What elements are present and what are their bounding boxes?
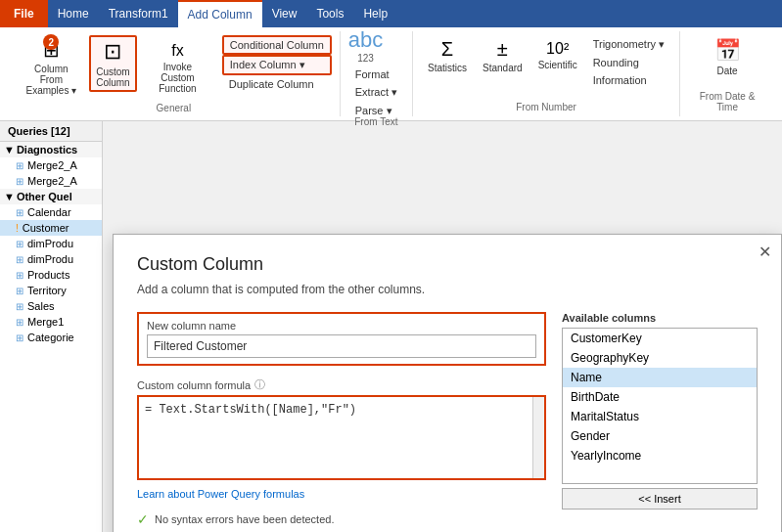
- duplicate-column-label: Duplicate Column: [229, 78, 314, 90]
- status-bar: ✓ No syntax errors have been detected.: [137, 511, 546, 527]
- formula-scrollbar[interactable]: [532, 397, 544, 478]
- sidebar-group-other-label: Other Quel: [17, 191, 72, 202]
- column-customerkey[interactable]: CustomerKey: [563, 329, 757, 348]
- sidebar-header: Queries [12]: [0, 121, 102, 142]
- table-icon: ⊞: [16, 254, 23, 265]
- column-name-section: New column name: [137, 312, 546, 366]
- insert-button[interactable]: << Insert: [562, 488, 758, 510]
- information-button[interactable]: Information: [586, 71, 671, 89]
- sidebar-item-sales[interactable]: ⊞ Sales: [0, 298, 102, 314]
- statistics-label: Statistics: [428, 63, 467, 73]
- sidebar-item-sales-label: Sales: [27, 300, 55, 312]
- column-maritalstatus[interactable]: MaritalStatus: [563, 407, 757, 426]
- invoke-custom-label: Invoke CustomFunction: [146, 62, 209, 94]
- statistics-button[interactable]: Σ Statistics: [421, 35, 474, 76]
- column-from-examples-button[interactable]: 2 ⊞ Column FromExamples ▾: [16, 35, 87, 99]
- custom-column-button[interactable]: ⊡ CustomColumn: [89, 35, 137, 92]
- sidebar-item-merge1-label: Merge1: [27, 316, 64, 328]
- ribbon-group-from-number: Σ Statistics ± Standard 10² Scientific T…: [413, 31, 680, 116]
- table-icon: ⊞: [16, 160, 23, 171]
- index-column-button[interactable]: Index Column ▾: [222, 55, 332, 75]
- sidebar-group-other[interactable]: ▼ Other Quel: [0, 189, 102, 204]
- column-name-label: New column name: [147, 320, 536, 332]
- date-label: Date: [716, 66, 737, 76]
- sidebar-item-merge2a-1[interactable]: ⊞ Merge2_A: [0, 157, 102, 173]
- extract-button[interactable]: Extract ▾: [348, 83, 404, 102]
- columns-list: CustomerKey GeographyKey Name BirthDate …: [562, 328, 758, 484]
- learn-link[interactable]: Learn about Power Query formulas: [137, 488, 546, 500]
- conditional-column-button[interactable]: Conditional Column: [222, 35, 332, 55]
- table-icon: ⊞: [16, 176, 23, 187]
- menu-bar: File Home Transform1 Add Column View Too…: [0, 0, 782, 27]
- column-gender[interactable]: Gender: [563, 426, 757, 446]
- formula-input[interactable]: [139, 397, 544, 475]
- sidebar-item-territory-label: Territory: [27, 285, 67, 296]
- main-area: Queries [12] ▼ Diagnostics ⊞ Merge2_A ⊞ …: [0, 121, 782, 532]
- trigonometry-label: Trigonometry ▾: [593, 38, 665, 51]
- sidebar-item-merge1[interactable]: ⊞ Merge1: [0, 314, 102, 330]
- table-icon: ⊞: [16, 207, 23, 218]
- sidebar-item-dimprod1[interactable]: ⊞ dimProdu: [0, 236, 102, 251]
- menu-view[interactable]: View: [262, 0, 307, 27]
- menu-add-column[interactable]: Add Column: [178, 0, 262, 27]
- ribbon-group-from-date: 📅 Date From Date & Time: [680, 31, 774, 116]
- sidebar-item-dimprod1-label: dimProdu: [27, 238, 73, 249]
- date-button[interactable]: 📅 Date: [708, 35, 748, 79]
- sidebar-group-diagnostics[interactable]: ▼ Diagnostics: [0, 142, 102, 157]
- information-label: Information: [593, 74, 647, 86]
- ribbon: 2 ⊞ Column FromExamples ▾ ⊡ CustomColumn…: [0, 27, 782, 121]
- sidebar-group-diagnostics-label: Diagnostics: [17, 144, 77, 155]
- sidebar-item-products-label: Products: [27, 269, 69, 281]
- close-button[interactable]: ✕: [759, 243, 771, 261]
- table-icon: ⊞: [16, 270, 23, 281]
- ribbon-group-from-text: abc123 Format Extract ▾ Parse ▾ From Tex…: [341, 31, 413, 116]
- formula-area: Custom column formula ⓘ: [137, 377, 546, 480]
- standard-button[interactable]: ± Standard: [476, 35, 529, 76]
- ribbon-group-from-date-label: From Date & Time: [688, 87, 766, 112]
- sidebar: Queries [12] ▼ Diagnostics ⊞ Merge2_A ⊞ …: [0, 121, 103, 532]
- formula-label: Custom column formula ⓘ: [137, 377, 546, 392]
- trigonometry-button[interactable]: Trigonometry ▾: [586, 35, 671, 54]
- index-column-label: Index Column ▾: [230, 59, 305, 71]
- ribbon-group-general-label: General: [157, 99, 192, 113]
- scientific-label: Scientific: [538, 60, 577, 70]
- custom-column-label: CustomColumn: [96, 66, 129, 88]
- sidebar-item-customer[interactable]: ! Customer: [0, 220, 102, 236]
- sidebar-item-calendar-label: Calendar: [27, 206, 71, 218]
- standard-label: Standard: [483, 63, 523, 73]
- formula-input-wrapper: [137, 395, 546, 480]
- sidebar-item-products[interactable]: ⊞ Products: [0, 267, 102, 283]
- column-name[interactable]: Name: [563, 368, 757, 387]
- column-yearlyincome[interactable]: YearlyIncome: [563, 446, 757, 466]
- menu-transform[interactable]: Transform1: [99, 0, 178, 27]
- sidebar-item-customer-label: Customer: [23, 222, 69, 234]
- scientific-button[interactable]: 10² Scientific: [531, 35, 584, 73]
- table-icon: ⊞: [16, 239, 23, 249]
- column-birthdate[interactable]: BirthDate: [563, 387, 757, 407]
- info-icon: ⓘ: [254, 377, 265, 392]
- duplicate-column-button[interactable]: Duplicate Column: [222, 75, 332, 93]
- menu-home[interactable]: Home: [48, 0, 99, 27]
- sidebar-item-merge2a-2[interactable]: ⊞ Merge2_A: [0, 173, 102, 189]
- column-from-examples-label: Column FromExamples ▾: [23, 64, 80, 96]
- table-icon: ⊞: [16, 286, 23, 296]
- sidebar-item-dimprod2[interactable]: ⊞ dimProdu: [0, 251, 102, 267]
- sidebar-item-calendar[interactable]: ⊞ Calendar: [0, 204, 102, 220]
- sidebar-item-merge2a-1-label: Merge2_A: [27, 159, 77, 171]
- menu-tools[interactable]: Tools: [306, 0, 353, 27]
- sidebar-group-diagnostics-arrow: ▼: [4, 144, 15, 155]
- status-text: No syntax errors have been detected.: [155, 513, 334, 525]
- dialog-left: New column name Custom column formula ⓘ …: [137, 312, 546, 527]
- sidebar-item-territory[interactable]: ⊞ Territory: [0, 283, 102, 298]
- column-name-input[interactable]: [147, 334, 536, 358]
- ribbon-group-general: 2 ⊞ Column FromExamples ▾ ⊡ CustomColumn…: [8, 31, 341, 116]
- menu-help[interactable]: Help: [353, 0, 397, 27]
- dialog-right: Available columns CustomerKey GeographyK…: [562, 312, 758, 527]
- format-button[interactable]: Format: [348, 66, 404, 83]
- rounding-button[interactable]: Rounding: [586, 54, 671, 71]
- invoke-custom-button[interactable]: fx Invoke CustomFunction: [139, 35, 216, 97]
- column-geographykey[interactable]: GeographyKey: [563, 348, 757, 368]
- menu-file[interactable]: File: [0, 0, 48, 27]
- sidebar-item-categories[interactable]: ⊞ Categorie: [0, 330, 102, 345]
- extract-label: Extract ▾: [355, 86, 397, 99]
